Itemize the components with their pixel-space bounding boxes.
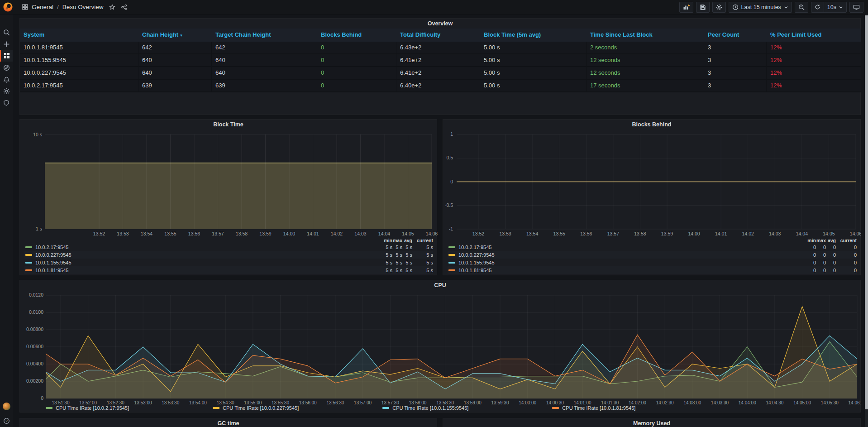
cell-peer-limit-used: 12%: [767, 42, 861, 54]
legend-series-10-0-1-81-9545[interactable]: 10.0.1.81:9545: [24, 268, 374, 273]
legend-series-10-0-0-227-9545[interactable]: 10.0.0.227:9545: [24, 252, 374, 258]
axis-tick-label: 14:05: [402, 231, 414, 236]
axis-tick-label: 13:52:30: [107, 400, 124, 405]
sidebar-item-dashboards[interactable]: [0, 50, 13, 62]
page-scrollbar[interactable]: [865, 14, 868, 427]
sidebar-item-server-admin[interactable]: [0, 97, 13, 109]
legend-value-min: 0: [798, 268, 816, 273]
blocks-behind-plot[interactable]: 10.50-0.5-113:5213:5313:5413:5513:5613:5…: [443, 120, 861, 237]
cpu-plot[interactable]: 0.01200.01000.008000.006000.004000.00200…: [20, 280, 861, 406]
axis-tick-label: 14:02: [331, 231, 343, 236]
axis-tick-label: 14:04:30: [766, 400, 783, 405]
axis-tick-label: 13:56:30: [326, 400, 344, 405]
breadcrumb-folder[interactable]: General: [32, 4, 53, 10]
axis-tick-label: 14:02: [742, 231, 754, 236]
refresh-button[interactable]: [811, 2, 824, 12]
axis-tick-label: 14:02:00: [629, 400, 646, 405]
column-header-block-time-5m-avg[interactable]: Block Time (5m avg): [480, 29, 587, 42]
column-header-blocks-behind[interactable]: Blocks Behind: [317, 29, 396, 42]
clock-icon: [732, 4, 739, 10]
zoom-out-button[interactable]: [795, 2, 808, 13]
refresh-interval-select[interactable]: 10s: [824, 2, 846, 12]
sidebar-item-configuration[interactable]: [0, 85, 13, 97]
cell-chain-height: 640: [138, 67, 212, 80]
legend-column-min[interactable]: min: [798, 238, 816, 243]
add-panel-button[interactable]: [679, 2, 693, 13]
sidebar-item-create[interactable]: [0, 38, 13, 50]
legend-column-current[interactable]: current: [412, 238, 433, 243]
legend-value-max: 5 s: [392, 252, 402, 258]
axis-tick-label: 13:56:00: [299, 400, 317, 405]
series-color-dash-icon: [213, 407, 219, 409]
column-header-chain-height[interactable]: Chain Height▾: [138, 29, 212, 42]
sidebar-item-search[interactable]: [0, 26, 13, 38]
axis-tick-label: 13:58:30: [436, 400, 454, 405]
legend-column-max[interactable]: max: [816, 238, 826, 243]
legend-column-avg[interactable]: avg: [826, 238, 836, 243]
cell-target-chain-height: 642: [212, 42, 317, 54]
cell-system: 10.0.0.227:9545: [20, 67, 138, 80]
save-dashboard-button[interactable]: [696, 2, 710, 13]
time-range-picker[interactable]: Last 15 minutes: [729, 2, 792, 13]
legend-header-row: minmaxavgcurrent: [448, 237, 857, 243]
sidebar-item-help[interactable]: ?: [0, 415, 13, 427]
left-sidebar: ?: [0, 14, 13, 427]
block-time-plot[interactable]: 13:5213:5313:5413:5513:5613:5713:5813:59…: [20, 120, 438, 237]
legend-series-10-0-2-17-9545[interactable]: 10.0.2.17:9545: [448, 245, 798, 250]
axis-tick-label: 13:59:00: [464, 400, 482, 405]
column-header-peer-count[interactable]: Peer Count: [704, 29, 767, 42]
legend-series-10-0-2-17-9545[interactable]: 10.0.2.17:9545: [24, 245, 374, 250]
legend-series-10-0-1-155-9545[interactable]: 10.0.1.155:9545: [24, 260, 374, 265]
cell-target-chain-height: 639: [212, 80, 317, 92]
breadcrumb-separator: /: [57, 4, 59, 10]
axis-tick-label: 13:57: [607, 231, 619, 236]
cycle-view-button[interactable]: [849, 2, 863, 13]
legend-series-10-0-1-155-9545[interactable]: 10.0.1.155:9545: [448, 260, 798, 265]
legend-value-max: 5 s: [392, 268, 402, 273]
axis-tick-label: 14:00:00: [519, 400, 536, 405]
table-row: 10.0.1.81:954564264206.43e+25.00 s2 seco…: [20, 42, 860, 54]
series-color-dash-icon: [25, 269, 32, 271]
panel-title-memory-used[interactable]: Memory Used: [443, 420, 860, 427]
share-icon[interactable]: [121, 4, 127, 10]
column-header-target-chain-height[interactable]: Target Chain Height: [212, 29, 317, 42]
legend-column-max[interactable]: max: [392, 238, 402, 243]
panel-title-gc-time[interactable]: GC time: [20, 420, 437, 427]
cell-blocks-behind: 0: [317, 67, 396, 80]
legend-value-max: 5 s: [392, 260, 402, 265]
axis-tick-label: 0.0100: [29, 309, 43, 315]
axis-tick-label: 14:00: [688, 231, 700, 236]
column-header-time-since-last-block[interactable]: Time Since Last Block: [587, 29, 704, 42]
blocks-behind-panel: Blocks Behind minmaxavgcurrent10.0.2.17:…: [443, 119, 861, 275]
breadcrumb-dashboard[interactable]: Besu Overview: [62, 4, 104, 10]
series-color-dash-icon: [448, 262, 455, 264]
column-header-total-difficulty[interactable]: Total Difficulty: [396, 29, 480, 42]
axis-tick-label: 0.00400: [26, 361, 43, 366]
sidebar-item-explore[interactable]: [0, 62, 13, 73]
legend-series-10-0-1-81-9545[interactable]: 10.0.1.81:9545: [448, 268, 798, 273]
cell-time-since-last-block: 12 seconds: [587, 67, 704, 80]
cell-system: 10.0.1.81:9545: [20, 42, 138, 54]
sidebar-item-alerting[interactable]: [0, 73, 13, 85]
axis-tick-label: 13:53: [499, 231, 511, 236]
legend-column-min[interactable]: min: [374, 238, 392, 243]
scrollbar-thumb[interactable]: [865, 15, 868, 409]
star-icon[interactable]: [109, 4, 115, 10]
series-color-dash-icon: [46, 407, 52, 409]
grafana-logo[interactable]: [2, 2, 13, 13]
legend-series-10-0-0-227-9545[interactable]: 10.0.0.227:9545: [448, 252, 798, 258]
legend-column-avg[interactable]: avg: [402, 238, 412, 243]
sidebar-item-user-profile[interactable]: [0, 400, 13, 412]
dashboard-settings-button[interactable]: [712, 2, 726, 13]
axis-tick-label: 13:54:30: [217, 400, 234, 405]
series-color-dash-icon: [25, 246, 32, 248]
legend-value-min: 0: [798, 245, 816, 250]
legend-value-max: 0: [816, 260, 826, 265]
tv-icon: [853, 4, 860, 10]
legend-column-current[interactable]: current: [836, 238, 857, 243]
column-header-peer-limit-used[interactable]: % Peer Limit Used: [767, 29, 861, 42]
legend-series-label: 10.0.1.81:9545: [458, 268, 491, 273]
axis-tick-label: 13:54: [526, 231, 538, 236]
column-header-system[interactable]: System: [20, 29, 138, 42]
panel-title-overview[interactable]: Overview: [20, 20, 860, 27]
